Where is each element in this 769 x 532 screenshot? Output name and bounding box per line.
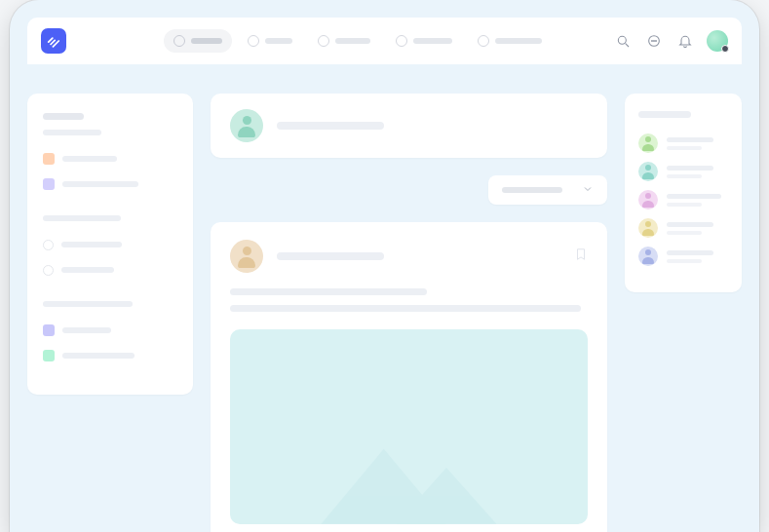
sidebar-item-label: Item B2 (61, 267, 114, 273)
nav-icon (396, 35, 407, 47)
contact-avatar (638, 218, 658, 238)
topbar-actions (613, 30, 728, 52)
svg-point-5 (656, 41, 657, 42)
sidebar-heading: Section B (43, 215, 121, 221)
nav-item-2[interactable]: Item 2 (238, 29, 302, 53)
left-sidebar: Section A Item A1 Item A2 Section B (27, 94, 193, 395)
ring-icon (43, 240, 54, 250)
nav-item-1[interactable]: Home (164, 29, 232, 53)
post-header: User name (230, 240, 588, 273)
contact-item[interactable]: Contact 1 status (638, 133, 728, 153)
nav-label: Item 3 (335, 38, 370, 44)
nav-item-5[interactable]: Item 5 (468, 29, 552, 53)
sidebar-item-label: Item C1 (62, 327, 111, 333)
nav-item-4[interactable]: Item 4 (386, 29, 462, 53)
user-avatar[interactable] (707, 30, 728, 52)
feed-column: Write something… Sort by (211, 94, 607, 532)
bullet-icon (43, 178, 55, 190)
device-frame: Home Item 2 Item 3 Item 4 Item 5 (10, 0, 759, 532)
composer-input[interactable]: Write something… (277, 122, 384, 130)
sidebar-heading: Section A (43, 113, 84, 120)
chat-icon[interactable] (644, 31, 664, 51)
contact-status: status (667, 203, 702, 207)
contact-status: status (667, 259, 702, 263)
sidebar-item[interactable]: Item A1 (43, 149, 177, 169)
nav-label: Item 4 (413, 38, 452, 44)
sort-dropdown[interactable]: Sort by (488, 175, 607, 205)
nav-icon (173, 35, 185, 47)
contact-name: Contact 5 (667, 250, 713, 255)
contact-avatar (638, 190, 658, 209)
sidebar-item[interactable]: Item B1 (43, 235, 177, 254)
svg-point-0 (618, 36, 626, 44)
contact-name: Contact 3 (667, 194, 721, 199)
contacts-heading: Contacts (638, 111, 691, 118)
composer-card: Write something… (211, 94, 607, 158)
contact-item[interactable]: Contact 3 status (638, 190, 728, 209)
contact-item[interactable]: Contact 2 status (638, 162, 728, 181)
sidebar-item[interactable]: Item A2 (43, 174, 177, 194)
post-text-line: Post body line two placeholder (230, 305, 581, 312)
post-body: Post body line one placeholder Post body… (230, 288, 588, 312)
sidebar-heading: Section C (43, 301, 133, 307)
sidebar-section-b: Section B Item B1 Item B2 (43, 215, 177, 280)
sidebar-section-c: Section C Item C1 Item C2 (43, 301, 177, 365)
contact-name: Contact 4 (667, 222, 713, 227)
contact-status: status (667, 146, 702, 150)
svg-line-1 (626, 44, 629, 47)
contact-item[interactable]: Contact 4 status (638, 218, 728, 238)
sidebar-subheading (43, 130, 101, 135)
nav-label: Home (191, 38, 222, 44)
nav-icon (318, 35, 329, 47)
image-placeholder-icon (230, 424, 588, 524)
nav-icon (248, 35, 259, 47)
contact-avatar (638, 133, 658, 153)
contact-avatar (638, 162, 658, 181)
right-panel: Contacts Contact 1 status Contact 2 stat… (625, 94, 742, 292)
sort-row: Sort by (211, 175, 607, 205)
contact-status: status (667, 174, 702, 178)
search-icon[interactable] (613, 31, 633, 51)
svg-point-4 (654, 41, 655, 42)
sidebar-item[interactable]: Item B2 (43, 260, 177, 280)
sidebar-item-label: Item B1 (61, 242, 122, 247)
bookmark-icon[interactable] (574, 247, 588, 266)
page-body: Section A Item A1 Item A2 Section B (27, 64, 742, 532)
nav-label: Item 2 (265, 38, 292, 44)
post-author-avatar[interactable] (230, 240, 263, 273)
bullet-icon (43, 350, 55, 361)
post-text-line: Post body line one placeholder (230, 288, 427, 295)
composer-avatar (230, 109, 263, 142)
sidebar-item-label: Item A1 (62, 156, 117, 162)
post-media[interactable] (230, 329, 588, 524)
nav-icon (478, 35, 489, 47)
contact-name: Contact 2 (667, 166, 713, 171)
contact-avatar (638, 247, 658, 266)
sidebar-item-label: Item A2 (62, 181, 138, 187)
post-card: User name Post body line one placeholder… (211, 222, 607, 532)
sidebar-section-a: Section A Item A1 Item A2 (43, 113, 177, 194)
bullet-icon (43, 153, 55, 165)
contact-name: Contact 1 (667, 137, 713, 142)
nav-item-3[interactable]: Item 3 (308, 29, 380, 53)
sidebar-item-label: Item C2 (62, 353, 135, 359)
sidebar-item[interactable]: Item C1 (43, 321, 177, 340)
status-dot (721, 45, 729, 53)
topbar: Home Item 2 Item 3 Item 4 Item 5 (27, 18, 742, 64)
app-root: Home Item 2 Item 3 Item 4 Item 5 (27, 18, 742, 532)
contact-item[interactable]: Contact 5 status (638, 247, 728, 266)
bullet-icon (43, 324, 55, 336)
app-logo[interactable] (41, 28, 66, 54)
top-nav: Home Item 2 Item 3 Item 4 Item 5 (164, 29, 552, 53)
logo-icon (47, 34, 60, 48)
nav-label: Item 5 (495, 38, 542, 44)
bell-icon[interactable] (675, 31, 695, 51)
chevron-down-icon (582, 181, 594, 199)
contact-status: status (667, 231, 702, 235)
ring-icon (43, 265, 54, 276)
post-author-name[interactable]: User name (277, 252, 384, 260)
svg-point-3 (652, 41, 653, 42)
sidebar-item[interactable]: Item C2 (43, 346, 177, 365)
sort-label: Sort by (502, 187, 562, 193)
